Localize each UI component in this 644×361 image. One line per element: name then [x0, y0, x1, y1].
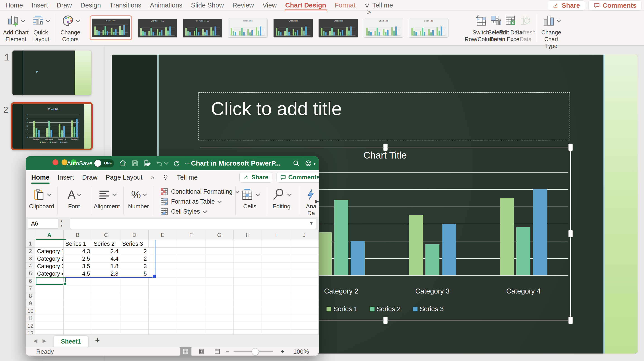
legend-item-series-1[interactable]: Series 1	[326, 305, 357, 313]
cell-G4[interactable]	[206, 262, 234, 270]
menu-item-review[interactable]: Review	[232, 2, 254, 9]
formula-input[interactable]	[70, 219, 316, 229]
name-box[interactable]: A6	[28, 219, 58, 228]
cell-E3[interactable]	[149, 255, 177, 262]
cell-A12[interactable]	[35, 322, 64, 330]
zoom-out-icon[interactable]: −	[226, 348, 230, 355]
cell-A4[interactable]: Category 3	[35, 262, 64, 270]
gallery-style-3[interactable]: CHART TITLE	[183, 19, 222, 38]
gallery-style-4[interactable]: Chart Title	[228, 19, 268, 38]
cell-J12[interactable]	[290, 322, 318, 330]
cell-H13[interactable]	[234, 330, 262, 334]
cell-E6[interactable]	[149, 277, 177, 285]
menu-item-transitions[interactable]: Transitions	[110, 2, 142, 9]
zoom-slider-knob[interactable]	[252, 348, 259, 355]
chart-bar-category-4-series-3[interactable]	[533, 189, 547, 275]
cell-G9[interactable]	[205, 300, 234, 307]
column-header-H[interactable]: H	[234, 230, 262, 240]
row-header-13[interactable]: 13	[26, 330, 35, 334]
cell-C5[interactable]: 2.8	[92, 270, 120, 277]
select-all-corner[interactable]	[26, 230, 35, 240]
cell-D5[interactable]: 5	[120, 270, 149, 277]
cell-B9[interactable]	[64, 300, 92, 307]
chevron-down-icon[interactable]: ▾	[314, 162, 316, 166]
cell-H12[interactable]	[234, 322, 262, 330]
cell-I9[interactable]	[262, 300, 290, 307]
row-header-11[interactable]: 11	[26, 315, 35, 322]
cell-I8[interactable]	[262, 292, 290, 300]
next-sheet-icon[interactable]: ▶	[42, 338, 46, 344]
cell-E7[interactable]	[149, 285, 177, 292]
cell-F7[interactable]	[177, 285, 205, 292]
cell-G10[interactable]	[205, 307, 234, 315]
font-button[interactable]: A Font	[62, 187, 86, 210]
row-header-6[interactable]: 6	[26, 277, 35, 285]
cell-F9[interactable]	[177, 300, 205, 307]
prev-sheet-icon[interactable]: ◀	[34, 338, 37, 344]
cell-J4[interactable]	[290, 262, 318, 270]
cell-B4[interactable]: 3.5	[64, 262, 92, 270]
save-as-icon[interactable]	[144, 159, 151, 167]
excel-tab-home[interactable]: Home	[31, 174, 50, 181]
number-button[interactable]: % Number	[127, 187, 150, 210]
excel-tell-me[interactable]: Tell me	[177, 174, 198, 181]
cell-H3[interactable]	[234, 255, 262, 262]
cell-I12[interactable]	[262, 322, 290, 330]
column-header-C[interactable]: C	[92, 230, 120, 240]
cell-G11[interactable]	[205, 315, 234, 322]
cell-B12[interactable]	[64, 322, 92, 330]
cell-F11[interactable]	[177, 315, 205, 322]
cell-A1[interactable]	[35, 240, 64, 247]
page-layout-view-button[interactable]	[196, 347, 207, 355]
cell-I5[interactable]	[262, 270, 290, 277]
column-header-B[interactable]: B	[64, 230, 92, 240]
cell-D2[interactable]: 2	[120, 247, 149, 255]
excel-tab-draw[interactable]: Draw	[82, 174, 98, 181]
cell-I11[interactable]	[262, 315, 290, 322]
cell-H8[interactable]	[234, 292, 262, 300]
cell-A10[interactable]	[35, 307, 64, 315]
cell-C10[interactable]	[92, 307, 120, 315]
cell-I10[interactable]	[262, 307, 290, 315]
cells-button[interactable]: Cells	[238, 187, 262, 210]
cell-B7[interactable]	[64, 285, 92, 292]
cell-D6[interactable]	[120, 277, 148, 285]
comments-button[interactable]: Comments	[588, 1, 642, 11]
row-header-9[interactable]: 9	[26, 300, 35, 307]
format-as-table-button[interactable]: Format as Table	[160, 197, 221, 206]
conditional-formatting-button[interactable]: Conditional Formatting	[160, 188, 238, 196]
column-header-E[interactable]: E	[149, 230, 177, 240]
column-header-F[interactable]: F	[177, 230, 205, 240]
cell-G13[interactable]	[205, 330, 234, 334]
cell-I1[interactable]	[262, 240, 290, 247]
cell-D7[interactable]	[120, 285, 148, 292]
cell-H5[interactable]	[234, 270, 262, 277]
cell-C1[interactable]: Series 2	[92, 240, 120, 247]
data-range-fill-handle[interactable]	[152, 275, 156, 278]
cell-B2[interactable]: 4.3	[64, 247, 92, 255]
zoom-in-icon[interactable]: +	[280, 348, 285, 355]
cell-H2[interactable]	[234, 247, 262, 255]
slide-1-thumbnail[interactable]	[12, 51, 91, 95]
row-header-12[interactable]: 12	[26, 322, 35, 330]
row-header-8[interactable]: 8	[26, 292, 35, 300]
cell-C3[interactable]: 4.4	[92, 255, 120, 262]
gallery-more-button[interactable]: >	[366, 8, 371, 17]
chart-bar-category-4-series-2[interactable]	[516, 227, 530, 275]
cell-I3[interactable]	[262, 255, 290, 262]
cell-D12[interactable]	[120, 322, 148, 330]
column-header-I[interactable]: I	[262, 230, 290, 240]
cell-E13[interactable]	[149, 330, 177, 334]
more-commands-icon[interactable]: ...	[184, 158, 190, 165]
chart-bar-category-2-series-2[interactable]	[334, 200, 348, 275]
cell-F13[interactable]	[177, 330, 205, 334]
share-button[interactable]: Share	[548, 1, 586, 11]
cell-A2[interactable]: Category 1	[35, 247, 64, 255]
cell-C7[interactable]	[92, 285, 120, 292]
column-header-G[interactable]: G	[205, 230, 234, 240]
cell-A3[interactable]: Category 2	[35, 255, 64, 262]
quick-layout-button[interactable]: QuickLayout	[30, 13, 52, 43]
cell-J8[interactable]	[290, 292, 318, 300]
cell-B1[interactable]: Series 1	[64, 240, 92, 247]
gallery-style-8[interactable]: Chart Title	[409, 19, 448, 38]
